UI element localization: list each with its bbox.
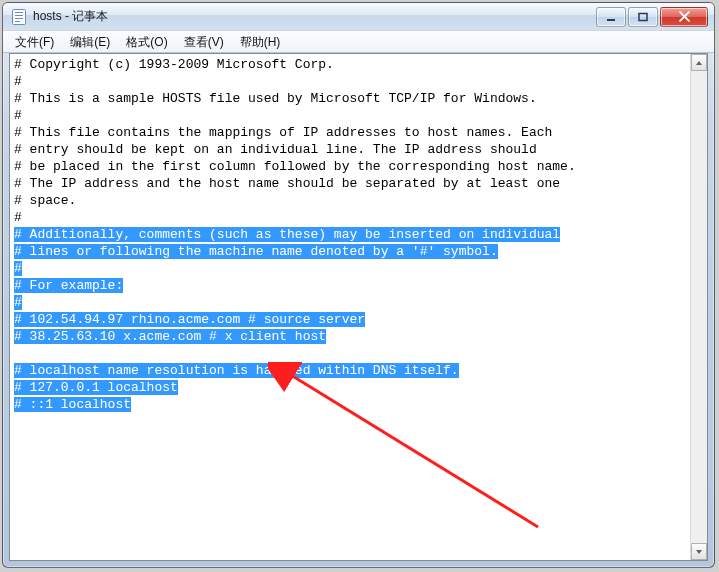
editor-line[interactable]: # <box>14 209 690 226</box>
editor-line[interactable]: # Copyright (c) 1993-2009 Microsoft Corp… <box>14 56 690 73</box>
editor-line[interactable]: # be placed in the first column followed… <box>14 158 690 175</box>
editor-line[interactable]: # 102.54.94.97 rhino.acme.com # source s… <box>14 311 690 328</box>
text-editor[interactable]: # Copyright (c) 1993-2009 Microsoft Corp… <box>10 54 690 560</box>
editor-line[interactable]: # This file contains the mappings of IP … <box>14 124 690 141</box>
svg-rect-3 <box>15 18 23 19</box>
scroll-down-button[interactable] <box>691 543 707 560</box>
editor-line[interactable]: # space. <box>14 192 690 209</box>
editor-line[interactable]: # <box>14 260 690 277</box>
window-controls <box>596 7 708 27</box>
editor-line[interactable]: # lines or following the machine name de… <box>14 243 690 260</box>
menu-format[interactable]: 格式(O) <box>118 32 175 53</box>
menu-view[interactable]: 查看(V) <box>176 32 232 53</box>
window-title: hosts - 记事本 <box>33 8 596 25</box>
window-frame: hosts - 记事本 文件(F) 编辑(E) 格式(O) 查看(V) 帮助(H… <box>2 2 715 568</box>
client-area: # Copyright (c) 1993-2009 Microsoft Corp… <box>9 53 708 561</box>
editor-line[interactable]: # <box>14 107 690 124</box>
svg-rect-4 <box>15 21 20 22</box>
close-button[interactable] <box>660 7 708 27</box>
minimize-button[interactable] <box>596 7 626 27</box>
svg-rect-0 <box>13 9 26 24</box>
editor-line[interactable] <box>14 345 690 362</box>
titlebar[interactable]: hosts - 记事本 <box>3 3 714 31</box>
editor-line[interactable]: # localhost name resolution is handled w… <box>14 362 690 379</box>
svg-rect-2 <box>15 15 23 16</box>
menu-edit[interactable]: 编辑(E) <box>62 32 118 53</box>
editor-line[interactable]: # entry should be kept on an individual … <box>14 141 690 158</box>
vertical-scrollbar[interactable] <box>690 54 707 560</box>
editor-line[interactable]: # ::1 localhost <box>14 396 690 413</box>
editor-line[interactable]: # This is a sample HOSTS file used by Mi… <box>14 90 690 107</box>
editor-line[interactable]: # <box>14 294 690 311</box>
menu-file[interactable]: 文件(F) <box>7 32 62 53</box>
editor-line[interactable]: # <box>14 73 690 90</box>
scroll-up-button[interactable] <box>691 54 707 71</box>
menubar: 文件(F) 编辑(E) 格式(O) 查看(V) 帮助(H) <box>3 31 714 53</box>
notepad-icon <box>11 9 27 25</box>
editor-line[interactable]: # For example: <box>14 277 690 294</box>
svg-rect-6 <box>639 13 647 20</box>
editor-line[interactable]: # 127.0.0.1 localhost <box>14 379 690 396</box>
svg-rect-5 <box>607 19 615 21</box>
editor-line[interactable]: # Additionally, comments (such as these)… <box>14 226 690 243</box>
menu-help[interactable]: 帮助(H) <box>232 32 289 53</box>
svg-rect-1 <box>15 12 23 13</box>
editor-line[interactable]: # The IP address and the host name shoul… <box>14 175 690 192</box>
editor-line[interactable]: # 38.25.63.10 x.acme.com # x client host <box>14 328 690 345</box>
maximize-button[interactable] <box>628 7 658 27</box>
